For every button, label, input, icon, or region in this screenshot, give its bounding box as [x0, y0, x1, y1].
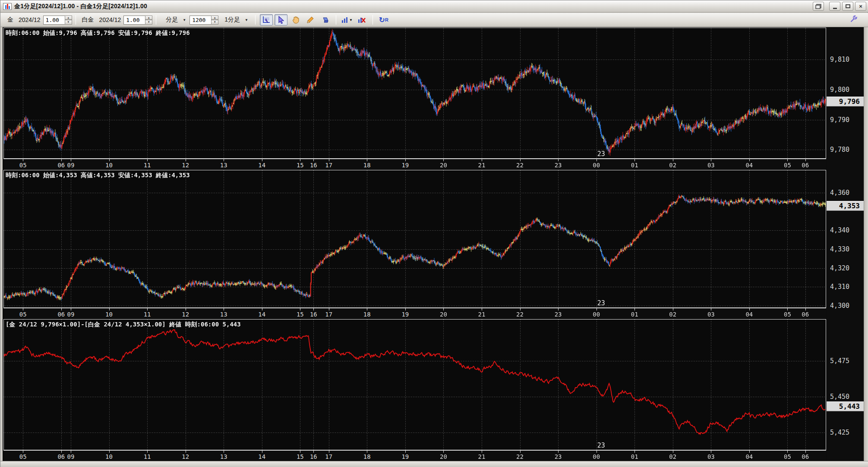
price-tick-label: 5,450	[830, 393, 860, 401]
bar-count-down-button[interactable]: ▼	[211, 20, 218, 25]
restore-layout-button[interactable]	[813, 2, 824, 11]
time-tick	[558, 308, 559, 310]
bar-type-label: 分足	[166, 16, 178, 24]
minimize-button[interactable]	[829, 2, 840, 11]
cascade-windows-icon	[815, 4, 821, 9]
time-tick	[749, 308, 750, 310]
panel-2-info-text: 時刻:06:00 始値:4,353 高値:4,353 安値:4,353 終値:4…	[6, 172, 190, 179]
erase-button[interactable]	[319, 14, 331, 25]
time-tick	[329, 451, 329, 453]
time-tick-label: 01	[631, 311, 638, 318]
maximize-button[interactable]	[842, 2, 853, 11]
chart-type-button[interactable]: ▼	[341, 14, 354, 25]
panel-3-date-marker: 23	[597, 442, 605, 449]
select-cursor-button[interactable]	[275, 14, 287, 25]
bar-count-up-button[interactable]: ▲	[211, 16, 218, 20]
panel-3-time-axis: 0506091011121314151617181920212223000102…	[3, 450, 826, 461]
platinum-multiplier-field[interactable]: 1.00	[123, 16, 145, 25]
title-bar[interactable]: 金1分足[2024/12]1.00 - 白金1分足[2024/12]1.00 ×	[0, 0, 868, 13]
pencil-icon	[306, 16, 314, 24]
interval-dropdown[interactable]: 1分足 ▼	[220, 15, 250, 25]
time-tick-label: 18	[363, 311, 371, 318]
time-tick	[787, 451, 788, 453]
close-button[interactable]: ×	[855, 2, 866, 11]
refresh-button[interactable]: ↻ R	[377, 14, 390, 25]
time-tick-label: 06	[57, 162, 65, 169]
toolbar-separator	[336, 15, 336, 25]
pan-hand-button[interactable]	[289, 14, 302, 25]
time-tick-label: 15	[297, 311, 304, 318]
time-tick	[634, 308, 635, 310]
bar-count-spinbox[interactable]: 1200 ▲▼	[189, 16, 218, 25]
time-tick-label: 16	[310, 311, 317, 318]
hand-icon	[292, 16, 300, 24]
platinum-multiplier-down-button[interactable]: ▼	[145, 20, 152, 25]
price-tick-label: 4,330	[830, 245, 860, 253]
time-tick	[443, 308, 444, 310]
gold-label: 金	[7, 16, 13, 24]
time-tick-label: 16	[310, 162, 317, 169]
time-tick	[367, 308, 367, 310]
time-tick	[61, 308, 62, 310]
time-tick-label: 00	[593, 162, 600, 169]
time-tick-label: 14	[258, 162, 265, 169]
chart-settings-button[interactable]	[260, 14, 273, 25]
time-tick	[313, 308, 314, 310]
time-tick-label: 05	[19, 162, 27, 169]
bottom-scroll-strip[interactable]	[0, 461, 868, 467]
panel-1-plot-canvas[interactable]	[3, 28, 826, 159]
time-tick-label: 20	[440, 453, 447, 460]
right-scroll-strip[interactable]	[864, 27, 868, 461]
refresh-icon: ↻	[379, 16, 385, 24]
time-tick-label: 06	[57, 311, 65, 318]
time-tick	[520, 159, 521, 161]
time-tick	[520, 451, 521, 453]
eraser-icon	[321, 16, 329, 24]
time-tick-label: 06	[802, 453, 809, 460]
price-tick-label: 4,310	[830, 283, 860, 291]
time-tick	[405, 159, 406, 161]
time-tick-label: 21	[478, 162, 486, 169]
platinum-multiplier-spinbox[interactable]: 1.00 ▲▼	[123, 16, 152, 25]
app-candlestick-icon	[3, 3, 12, 10]
time-tick-label: 04	[745, 453, 753, 460]
time-tick-label: 03	[707, 162, 715, 169]
time-tick-label: 10	[105, 162, 113, 169]
time-tick	[300, 308, 300, 310]
gold-multiplier-spinbox[interactable]: 1.00 ▲▼	[43, 16, 72, 25]
time-tick-label: 19	[401, 311, 409, 318]
time-tick	[262, 451, 262, 453]
time-tick-label: 17	[325, 453, 332, 460]
settings-wrench-button[interactable]	[849, 15, 858, 25]
platinum-multiplier-up-button[interactable]: ▲	[145, 16, 152, 20]
remove-chart-button[interactable]	[355, 14, 368, 25]
time-tick	[71, 451, 71, 453]
time-tick-label: 13	[220, 453, 227, 460]
time-tick-label: 10	[105, 453, 113, 460]
time-tick-label: 18	[363, 162, 371, 169]
time-tick-label: 16	[310, 453, 317, 460]
panel-3-plot-canvas[interactable]	[3, 319, 826, 450]
draw-line-button[interactable]	[304, 14, 317, 25]
time-tick	[711, 451, 711, 453]
time-tick-label: 09	[67, 453, 75, 460]
time-tick-label: 19	[401, 162, 409, 169]
gold-multiplier-down-button[interactable]: ▼	[65, 20, 72, 25]
gold-multiplier-field[interactable]: 1.00	[43, 16, 65, 25]
gold-multiplier-up-button[interactable]: ▲	[65, 16, 72, 20]
time-tick	[61, 159, 62, 161]
bar-chart-icon	[341, 16, 348, 23]
panel-2-time-axis: 0506091011121314151617181920212223000102…	[3, 307, 826, 319]
bar-type-dropdown[interactable]: 分足 ▼	[161, 15, 188, 25]
time-tick-label: 06	[802, 162, 809, 169]
time-tick	[300, 159, 300, 161]
panel-2-plot-canvas[interactable]	[3, 170, 826, 308]
time-tick	[147, 308, 148, 310]
time-tick-label: 00	[593, 453, 600, 460]
chevron-down-icon: ▼	[349, 18, 353, 22]
time-tick	[482, 308, 482, 310]
bar-count-field[interactable]: 1200	[189, 16, 211, 25]
time-tick	[805, 451, 806, 453]
time-tick-label: 12	[182, 311, 189, 318]
time-tick-label: 19	[401, 453, 409, 460]
